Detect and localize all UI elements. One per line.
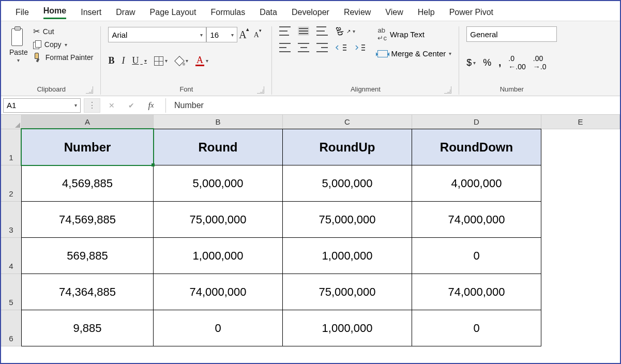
column-header-b[interactable]: B xyxy=(154,115,283,129)
tab-help[interactable]: Help xyxy=(418,8,435,17)
dialog-launcher-icon[interactable] xyxy=(257,86,264,94)
orientation-button[interactable]: ab↗▾ xyxy=(335,26,355,36)
cell-a2[interactable]: 4,569,885 xyxy=(21,165,154,202)
cell-d4[interactable]: 0 xyxy=(412,237,541,274)
chevron-down-icon[interactable]: ▾ xyxy=(65,42,67,48)
tab-review[interactable]: Review xyxy=(344,8,371,17)
bold-button[interactable]: B xyxy=(108,55,114,66)
comma-button[interactable]: , xyxy=(498,57,501,68)
empty-column-e[interactable] xyxy=(541,129,620,346)
tab-data[interactable]: Data xyxy=(260,8,277,17)
percent-button[interactable]: % xyxy=(483,57,491,68)
row-header-4[interactable]: 4 xyxy=(1,238,22,274)
currency-button[interactable]: $▾ xyxy=(466,57,476,68)
cell-d3[interactable]: 74,000,000 xyxy=(412,201,541,238)
cancel-icon[interactable]: ✕ xyxy=(103,98,120,113)
cell-c4[interactable]: 1,000,000 xyxy=(282,237,412,274)
cell-c3[interactable]: 75,000,000 xyxy=(282,201,412,238)
cell-a1[interactable]: Number xyxy=(21,129,154,165)
column-header-c[interactable]: C xyxy=(283,115,412,129)
cell-c2[interactable]: 5,000,000 xyxy=(282,165,412,202)
align-center-button[interactable] xyxy=(298,43,309,52)
decrease-decimal-button[interactable]: .00→.0 xyxy=(533,54,547,71)
borders-button[interactable]: ▾ xyxy=(154,56,168,66)
cell-d1[interactable]: RoundDown xyxy=(412,129,541,165)
chevron-down-icon[interactable]: ▾ xyxy=(144,58,147,64)
row-headers: 1 2 3 4 5 6 xyxy=(1,129,22,346)
align-right-button[interactable] xyxy=(316,43,328,52)
cell-d2[interactable]: 4,000,000 xyxy=(412,165,541,202)
row-header-6[interactable]: 6 xyxy=(1,310,22,346)
column-header-e[interactable]: E xyxy=(541,115,620,129)
dialog-launcher-icon[interactable] xyxy=(444,86,451,94)
cell-d6[interactable]: 0 xyxy=(412,310,541,346)
increase-decimal-button[interactable]: .0←.00 xyxy=(508,54,525,71)
align-middle-button[interactable] xyxy=(298,26,309,36)
cell-b1[interactable]: Round xyxy=(153,129,283,165)
chevron-down-icon[interactable]: ▾ xyxy=(449,51,451,56)
cell-c6[interactable]: 1,000,000 xyxy=(282,310,412,346)
row-header-1[interactable]: 1 xyxy=(1,129,22,165)
wrap-text-button[interactable]: ab↵cWrap Text xyxy=(377,26,451,42)
chevron-down-icon[interactable]: ▾ xyxy=(17,57,20,63)
tab-view[interactable]: View xyxy=(385,8,403,17)
font-size-select[interactable]: 16▾ xyxy=(206,27,237,42)
cell-a3[interactable]: 74,569,885 xyxy=(21,201,154,238)
tab-draw[interactable]: Draw xyxy=(116,8,135,17)
enter-icon[interactable]: ✔ xyxy=(123,98,140,113)
font-name-select[interactable]: Arial▾ xyxy=(108,27,206,42)
row-header-3[interactable]: 3 xyxy=(1,202,22,238)
cell-b3[interactable]: 75,000,000 xyxy=(153,201,283,238)
cell-c1[interactable]: RoundUp xyxy=(282,129,412,165)
row-header-2[interactable]: 2 xyxy=(1,165,22,202)
chevron-down-icon[interactable]: ▾ xyxy=(206,58,208,64)
copy-button[interactable]: Copy▾ xyxy=(33,40,94,49)
formula-input[interactable]: Number xyxy=(169,98,618,113)
increase-font-icon[interactable]: A▴ xyxy=(237,29,251,41)
cell-a4[interactable]: 569,885 xyxy=(21,237,154,274)
tab-page-layout[interactable]: Page Layout xyxy=(150,8,196,17)
font-color-button[interactable]: A▾ xyxy=(195,55,208,66)
tab-home[interactable]: Home xyxy=(43,6,66,19)
row-header-5[interactable]: 5 xyxy=(1,274,22,310)
format-painter-button[interactable]: Format Painter xyxy=(33,53,94,62)
chevron-down-icon[interactable]: ▾ xyxy=(74,102,77,108)
merge-center-button[interactable]: Merge & Center▾ xyxy=(377,49,451,58)
tab-power-pivot[interactable]: Power Pivot xyxy=(449,8,493,17)
paste-label: Paste xyxy=(9,48,28,56)
chevron-down-icon[interactable]: ▾ xyxy=(186,58,188,64)
cell-b6[interactable]: 0 xyxy=(153,310,283,346)
align-top-button[interactable] xyxy=(279,26,291,36)
align-bottom-button[interactable] xyxy=(316,26,328,36)
decrease-indent-button[interactable] xyxy=(335,43,346,52)
cell-b2[interactable]: 5,000,000 xyxy=(153,165,283,202)
select-all-corner[interactable] xyxy=(1,115,22,129)
name-box[interactable]: A1▾ xyxy=(3,98,81,113)
increase-indent-button[interactable] xyxy=(354,43,365,52)
cell-b4[interactable]: 1,000,000 xyxy=(153,237,283,274)
chevron-down-icon[interactable]: ▾ xyxy=(165,58,168,64)
group-label-number: Number xyxy=(500,85,524,93)
tab-file[interactable]: File xyxy=(16,8,29,17)
cell-c5[interactable]: 75,000,000 xyxy=(282,274,412,310)
underline-button[interactable]: U ▾ xyxy=(132,55,147,66)
paste-button[interactable]: Paste ▾ xyxy=(9,26,28,63)
name-box-options[interactable]: ⋮ xyxy=(84,98,100,113)
cell-a5[interactable]: 74,364,885 xyxy=(21,274,154,310)
decrease-font-icon[interactable]: A▾ xyxy=(251,30,264,39)
column-header-a[interactable]: A xyxy=(22,115,154,129)
tab-developer[interactable]: Developer xyxy=(292,8,329,17)
fx-icon[interactable]: fx xyxy=(143,98,159,113)
tab-insert[interactable]: Insert xyxy=(81,8,101,17)
cell-a6[interactable]: 9,885 xyxy=(21,310,154,346)
column-header-d[interactable]: D xyxy=(412,115,541,129)
number-format-select[interactable]: General xyxy=(466,26,557,42)
cut-button[interactable]: Cut xyxy=(33,26,94,36)
cell-d5[interactable]: 74,000,000 xyxy=(412,274,541,310)
fill-color-button[interactable]: ▾ xyxy=(175,56,188,66)
italic-button[interactable]: I xyxy=(122,55,125,66)
tab-formulas[interactable]: Formulas xyxy=(210,8,245,17)
cell-b5[interactable]: 74,000,000 xyxy=(153,274,283,310)
dialog-launcher-icon[interactable] xyxy=(86,86,93,94)
align-left-button[interactable] xyxy=(279,43,291,52)
